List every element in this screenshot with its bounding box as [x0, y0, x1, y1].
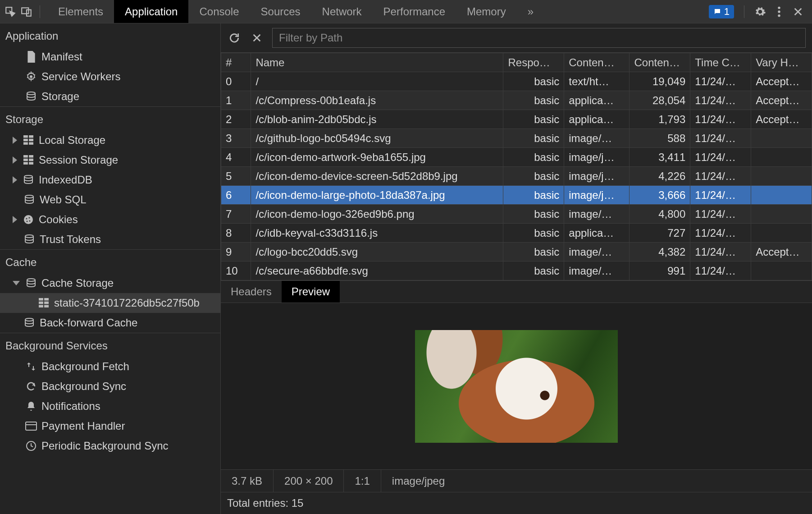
cell-vary — [751, 262, 812, 280]
topbar-right-icons: 1 — [701, 0, 812, 23]
cell-index: 1 — [221, 91, 251, 110]
kebab-icon[interactable] — [773, 6, 785, 18]
gear-icon[interactable] — [754, 6, 766, 18]
cell-name: /c/icon-demo-large-photo-18da387a.jpg — [251, 186, 503, 205]
cell-vary: Accept… — [751, 243, 812, 262]
issues-badge[interactable]: 1 — [709, 5, 734, 18]
status-size: 3.7 kB — [221, 470, 273, 492]
tab-application[interactable]: Application — [114, 0, 188, 23]
col-content-length[interactable]: Conten… — [630, 53, 690, 72]
database-icon — [23, 317, 35, 329]
refresh-icon[interactable] — [227, 31, 242, 45]
sidebar-item-storage[interactable]: Storage — [0, 87, 220, 106]
col-index[interactable]: # — [221, 53, 251, 72]
sidebar-item-periodic-bg-sync[interactable]: Periodic Background Sync — [0, 436, 220, 456]
table-row[interactable]: 1/c/Compress-00b1eafa.jsbasicapplica…28,… — [221, 91, 812, 110]
cell-response-type: basic — [503, 167, 564, 186]
table-row[interactable]: 7/c/icon-demo-logo-326ed9b6.pngbasicimag… — [221, 205, 812, 224]
sidebar-item-bg-fetch[interactable]: Background Fetch — [0, 357, 220, 376]
table-row[interactable]: 10/c/secure-a66bbdfe.svgbasicimage/…9911… — [221, 262, 812, 280]
database-icon — [23, 174, 34, 186]
sidebar-item-label: Session Storage — [39, 154, 118, 166]
table-row[interactable]: 6/c/icon-demo-large-photo-18da387a.jpgba… — [221, 186, 812, 205]
sidebar-item-session-storage[interactable]: Session Storage — [0, 150, 220, 170]
sidebar-item-manifest[interactable]: Manifest — [0, 47, 220, 67]
sidebar-item-label: Local Storage — [39, 134, 105, 147]
sidebar-item-bg-sync[interactable]: Background Sync — [0, 376, 220, 396]
expand-icon[interactable] — [13, 216, 17, 223]
cell-content-type: text/ht… — [564, 72, 630, 91]
cell-response-type: basic — [503, 72, 564, 91]
tab-performance[interactable]: Performance — [373, 0, 456, 23]
bell-icon — [25, 400, 37, 412]
sidebar-item-notifications[interactable]: Notifications — [0, 396, 220, 416]
table-row[interactable]: 0/basictext/ht…19,04911/24/…Accept… — [221, 72, 812, 91]
subtab-preview[interactable]: Preview — [282, 281, 340, 303]
col-content-type[interactable]: Conten… — [564, 53, 630, 72]
sidebar-item-label: Background Sync — [41, 380, 126, 393]
application-sidebar: Application Manifest Service Workers Sto… — [0, 23, 221, 514]
cell-content-type: applica… — [564, 224, 630, 243]
svg-rect-19 — [29, 162, 33, 165]
sidebar-item-service-workers[interactable]: Service Workers — [0, 67, 220, 87]
col-response-type[interactable]: Respo… — [503, 53, 564, 72]
sidebar-item-back-forward-cache[interactable]: Back-forward Cache — [0, 313, 220, 333]
svg-rect-11 — [29, 139, 33, 142]
total-entries: Total entries: 15 — [221, 492, 812, 514]
grid-icon — [23, 154, 34, 166]
inspect-icon[interactable] — [5, 6, 16, 18]
svg-point-21 — [25, 195, 33, 198]
tab-network[interactable]: Network — [311, 0, 373, 23]
expand-icon[interactable] — [13, 156, 17, 164]
table-row[interactable]: 4/c/icon-demo-artwork-9eba1655.jpgbasici… — [221, 148, 812, 167]
table-row[interactable]: 5/c/icon-demo-device-screen-5d52d8b9.jpg… — [221, 167, 812, 186]
table-row[interactable]: 3/c/github-logo-bc05494c.svgbasicimage/…… — [221, 129, 812, 148]
sidebar-item-cache-entry[interactable]: static-3741017226db5c27f50b — [0, 293, 220, 313]
close-icon[interactable] — [792, 6, 804, 18]
cell-content-type: applica… — [564, 110, 630, 129]
tab-memory[interactable]: Memory — [456, 0, 517, 23]
sidebar-item-cache-storage[interactable]: Cache Storage — [0, 273, 220, 293]
sidebar-item-payment-handler[interactable]: Payment Handler — [0, 416, 220, 436]
sidebar-item-indexeddb[interactable]: IndexedDB — [0, 170, 220, 190]
tab-console[interactable]: Console — [188, 0, 250, 23]
tab-sources[interactable]: Sources — [250, 0, 311, 23]
table-row[interactable]: 9/c/logo-bcc20dd5.svgbasicimage/…4,38211… — [221, 243, 812, 262]
table-row[interactable]: 2/c/blob-anim-2db05bdc.jsbasicapplica…1,… — [221, 110, 812, 129]
col-vary-header[interactable]: Vary H… — [751, 53, 812, 72]
sidebar-item-cookies[interactable]: Cookies — [0, 210, 220, 229]
sync-icon — [25, 381, 37, 392]
tab-elements[interactable]: Elements — [47, 0, 114, 23]
cell-time-cached: 11/24/… — [690, 72, 751, 91]
cell-vary — [751, 186, 812, 205]
cell-content-length: 1,793 — [630, 110, 690, 129]
svg-point-20 — [24, 175, 32, 178]
expand-icon[interactable] — [13, 176, 17, 184]
section-cache: Cache — [0, 250, 220, 273]
filter-by-path-input[interactable] — [272, 28, 806, 48]
subtab-headers[interactable]: Headers — [221, 281, 282, 303]
divider — [40, 5, 40, 18]
svg-point-35 — [25, 318, 33, 321]
delete-icon[interactable] — [250, 31, 264, 45]
svg-rect-12 — [23, 142, 28, 145]
expand-icon[interactable] — [13, 137, 17, 144]
sidebar-item-websql[interactable]: Web SQL — [0, 190, 220, 210]
cell-content-length: 28,054 — [630, 91, 690, 110]
cell-index: 3 — [221, 129, 251, 148]
table-row[interactable]: 8/c/idb-keyval-c33d3116.jsbasicapplica…7… — [221, 224, 812, 243]
device-toggle-icon[interactable] — [21, 6, 32, 18]
collapse-icon[interactable] — [13, 281, 20, 285]
devtools-topbar: Elements Application Console Sources Net… — [0, 0, 812, 23]
sidebar-item-trust-tokens[interactable]: Trust Tokens — [0, 229, 220, 249]
col-time-cached[interactable]: Time C… — [690, 53, 751, 72]
cell-content-length: 588 — [630, 129, 690, 148]
cell-time-cached: 11/24/… — [690, 243, 751, 262]
svg-rect-13 — [29, 142, 33, 145]
sidebar-item-local-storage[interactable]: Local Storage — [0, 130, 220, 150]
cell-vary — [751, 148, 812, 167]
col-name[interactable]: Name — [251, 53, 503, 72]
tab-overflow[interactable]: » — [517, 0, 544, 23]
cell-name: /c/Compress-00b1eafa.js — [251, 91, 503, 110]
svg-point-24 — [29, 217, 30, 219]
